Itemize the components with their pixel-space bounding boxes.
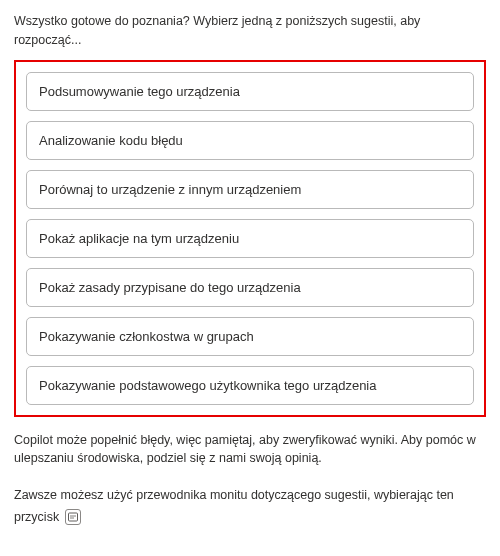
suggestion-show-group-membership[interactable]: Pokazywanie członkostwa w grupach (26, 317, 474, 356)
intro-text: Wszystko gotowe do poznania? Wybierz jed… (14, 12, 486, 50)
suggestions-container: Podsumowywanie tego urządzenia Analizowa… (14, 60, 486, 417)
suggestion-summarize-device[interactable]: Podsumowywanie tego urządzenia (26, 72, 474, 111)
disclaimer-text: Copilot może popełnić błędy, więc pamięt… (14, 431, 486, 469)
prompt-guide-icon[interactable] (65, 509, 81, 525)
suggestion-show-primary-user[interactable]: Pokazywanie podstawowego użytkownika teg… (26, 366, 474, 405)
suggestion-show-apps[interactable]: Pokaż aplikacje na tym urządzeniu (26, 219, 474, 258)
guide-line: Zawsze możesz użyć przewodnika monitu do… (14, 484, 486, 529)
svg-rect-0 (68, 513, 77, 521)
suggestion-show-policies[interactable]: Pokaż zasady przypisane do tego urządzen… (26, 268, 474, 307)
suggestion-analyze-error-code[interactable]: Analizowanie kodu błędu (26, 121, 474, 160)
suggestion-compare-device[interactable]: Porównaj to urządzenie z innym urządzeni… (26, 170, 474, 209)
